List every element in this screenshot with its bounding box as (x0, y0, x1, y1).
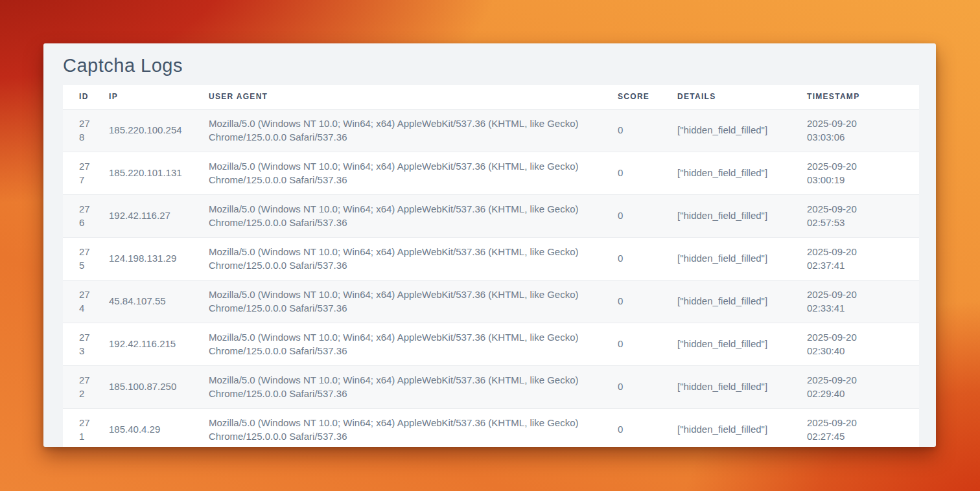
cell-id: 277 (63, 152, 109, 194)
cell-id: 276 (63, 194, 109, 237)
cell-score: 0 (618, 237, 677, 280)
table-row: 276192.42.116.27Mozilla/5.0 (Windows NT … (63, 194, 919, 237)
cell-score: 0 (618, 152, 677, 194)
cell-details: ["hidden_field_filled"] (677, 365, 807, 408)
cell-user-agent: Mozilla/5.0 (Windows NT 10.0; Win64; x64… (209, 323, 618, 365)
cell-details: ["hidden_field_filled"] (677, 237, 807, 280)
table-header-row: ID IP USER AGENT SCORE DETAILS TIMESTAMP (63, 85, 919, 109)
cell-ip: 185.220.101.131 (109, 152, 209, 194)
cell-ip: 192.42.116.27 (109, 194, 209, 237)
cell-user-agent: Mozilla/5.0 (Windows NT 10.0; Win64; x64… (209, 365, 618, 408)
cell-timestamp: 2025-09-20 02:37:41 (807, 237, 919, 280)
cell-ip: 185.220.100.254 (109, 109, 209, 152)
cell-id: 272 (63, 365, 109, 408)
cell-score: 0 (618, 323, 677, 365)
column-header-user-agent: USER AGENT (209, 85, 618, 109)
cell-user-agent: Mozilla/5.0 (Windows NT 10.0; Win64; x64… (209, 237, 618, 280)
table-row: 273192.42.116.215Mozilla/5.0 (Windows NT… (63, 323, 919, 365)
table-row: 272185.100.87.250Mozilla/5.0 (Windows NT… (63, 365, 919, 408)
table-row: 278185.220.100.254Mozilla/5.0 (Windows N… (63, 109, 919, 152)
cell-score: 0 (618, 194, 677, 237)
cell-ip: 192.42.116.215 (109, 323, 209, 365)
cell-ip: 124.198.131.29 (109, 237, 209, 280)
column-header-timestamp: TIMESTAMP (807, 85, 919, 109)
cell-id: 275 (63, 237, 109, 280)
cell-timestamp: 2025-09-20 02:29:40 (807, 365, 919, 408)
captcha-logs-table: ID IP USER AGENT SCORE DETAILS TIMESTAMP… (63, 85, 919, 447)
table-row: 271185.40.4.29Mozilla/5.0 (Windows NT 10… (63, 408, 919, 447)
cell-details: ["hidden_field_filled"] (677, 152, 807, 194)
cell-score: 0 (618, 408, 677, 447)
cell-ip: 45.84.107.55 (109, 280, 209, 323)
cell-timestamp: 2025-09-20 02:27:45 (807, 408, 919, 447)
captcha-logs-card: Captcha Logs ID IP USER AGENT SCORE DETA… (43, 43, 936, 447)
cell-ip: 185.100.87.250 (109, 365, 209, 408)
column-header-details: DETAILS (677, 85, 807, 109)
cell-details: ["hidden_field_filled"] (677, 280, 807, 323)
table-row: 27445.84.107.55Mozilla/5.0 (Windows NT 1… (63, 280, 919, 323)
page-background: { "title": "Captcha Logs", "theme": { "b… (0, 0, 980, 491)
cell-timestamp: 2025-09-20 02:30:40 (807, 323, 919, 365)
cell-details: ["hidden_field_filled"] (677, 194, 807, 237)
column-header-score: SCORE (618, 85, 677, 109)
cell-id: 278 (63, 109, 109, 152)
cell-score: 0 (618, 365, 677, 408)
cell-user-agent: Mozilla/5.0 (Windows NT 10.0; Win64; x64… (209, 109, 618, 152)
cell-timestamp: 2025-09-20 02:57:53 (807, 194, 919, 237)
cell-user-agent: Mozilla/5.0 (Windows NT 10.0; Win64; x64… (209, 280, 618, 323)
cell-details: ["hidden_field_filled"] (677, 408, 807, 447)
cell-id: 273 (63, 323, 109, 365)
cell-details: ["hidden_field_filled"] (677, 323, 807, 365)
page-title: Captcha Logs (63, 54, 919, 77)
cell-score: 0 (618, 109, 677, 152)
cell-user-agent: Mozilla/5.0 (Windows NT 10.0; Win64; x64… (209, 408, 618, 447)
cell-user-agent: Mozilla/5.0 (Windows NT 10.0; Win64; x64… (209, 194, 618, 237)
cell-timestamp: 2025-09-20 02:33:41 (807, 280, 919, 323)
column-header-ip: IP (109, 85, 209, 109)
cell-user-agent: Mozilla/5.0 (Windows NT 10.0; Win64; x64… (209, 152, 618, 194)
column-header-id: ID (63, 85, 109, 109)
cell-timestamp: 2025-09-20 03:00:19 (807, 152, 919, 194)
cell-timestamp: 2025-09-20 03:03:06 (807, 109, 919, 152)
table-row: 277185.220.101.131Mozilla/5.0 (Windows N… (63, 152, 919, 194)
cell-score: 0 (618, 280, 677, 323)
table-body: 278185.220.100.254Mozilla/5.0 (Windows N… (63, 109, 919, 447)
table-row: 275124.198.131.29Mozilla/5.0 (Windows NT… (63, 237, 919, 280)
cell-details: ["hidden_field_filled"] (677, 109, 807, 152)
cell-ip: 185.40.4.29 (109, 408, 209, 447)
cell-id: 274 (63, 280, 109, 323)
cell-id: 271 (63, 408, 109, 447)
